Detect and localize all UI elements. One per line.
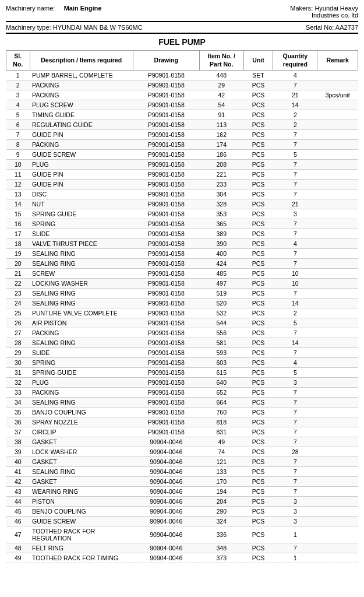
table-cell: 7 — [273, 457, 317, 467]
table-cell — [317, 517, 358, 526]
table-cell: 162 — [199, 130, 243, 140]
table-cell: 208 — [199, 160, 243, 170]
table-cell: REGULATING GUIDE — [30, 120, 133, 130]
table-cell: 113 — [199, 120, 243, 130]
table-row: 34SEALING RINGP90901-0158664PCS7 — [6, 398, 358, 408]
col-header-desc: Description / Items required — [30, 51, 133, 71]
table-cell — [317, 477, 358, 487]
table-cell: PCS — [243, 170, 273, 180]
table-row: 3PACKINGP90901-015842PCS213pcs/unit — [6, 90, 358, 100]
table-cell: P90901-0158 — [133, 308, 199, 318]
table-cell: 3 — [273, 497, 317, 507]
table-cell: 7 — [273, 398, 317, 408]
table-cell: 28 — [273, 447, 317, 457]
table-cell: PCS — [243, 110, 273, 120]
table-cell — [317, 308, 358, 318]
table-cell: 7 — [273, 467, 317, 477]
table-cell: SPRING GUIDE — [30, 368, 133, 378]
table-cell: 485 — [199, 269, 243, 279]
table-cell — [317, 259, 358, 269]
table-cell: 28 — [6, 338, 30, 348]
table-cell: P90901-0158 — [133, 80, 199, 90]
table-cell: 4 — [273, 239, 317, 249]
table-row: 11GUIDE PINP90901-0158221PCS7 — [6, 170, 358, 180]
table-cell: PCS — [243, 140, 273, 150]
table-cell: PCS — [243, 553, 273, 563]
table-cell: 20 — [6, 259, 30, 269]
table-cell: 233 — [199, 180, 243, 189]
table-cell: P90901-0158 — [133, 388, 199, 398]
table-cell: 10 — [273, 279, 317, 289]
table-cell: PACKING — [30, 328, 133, 338]
table-row: 9GUIDE SCREWP90901-0158186PCS5 — [6, 150, 358, 160]
table-cell: 36 — [6, 417, 30, 427]
table-cell: GUIDE PIN — [30, 170, 133, 180]
table-cell: GASKET — [30, 437, 133, 447]
table-row: 41SEALING RING90904-0046133PCS7 — [6, 467, 358, 477]
table-cell: 3 — [273, 517, 317, 526]
table-row: 6REGULATING GUIDEP90901-0158113PCS2 — [6, 120, 358, 130]
table-cell: GASKET — [30, 457, 133, 467]
table-row: 13DISCP90901-0158304PCS7 — [6, 189, 358, 199]
table-cell: 7 — [273, 130, 317, 140]
table-cell — [317, 298, 358, 308]
table-body: 1PUMP BARREL, COMPLETEP90901-0158448SET4… — [6, 71, 358, 563]
table-cell: BANJO COUPLING — [30, 408, 133, 417]
table-cell: 46 — [6, 517, 30, 526]
table-cell: PCS — [243, 160, 273, 170]
table-cell: P90901-0158 — [133, 408, 199, 417]
table-cell: PCS — [243, 298, 273, 308]
table-cell: PCS — [243, 358, 273, 368]
table-cell: PCS — [243, 308, 273, 318]
table-row: 2PACKINGP90901-015829PCS7 — [6, 80, 358, 90]
table-cell — [317, 110, 358, 120]
table-cell: 90904-0046 — [133, 526, 199, 543]
table-cell — [317, 279, 358, 289]
table-cell: 7 — [273, 170, 317, 180]
table-cell — [317, 130, 358, 140]
table-cell — [317, 378, 358, 388]
table-cell: PCS — [243, 259, 273, 269]
table-row: 38GASKET90904-004649PCS7 — [6, 437, 358, 447]
table-cell: SPRING — [30, 219, 133, 229]
table-cell: 7 — [273, 487, 317, 497]
table-row: 15SPRING GUIDEP90901-0158353PCS3 — [6, 209, 358, 219]
table-cell — [317, 526, 358, 543]
table-cell: PCS — [243, 180, 273, 189]
table-cell — [317, 427, 358, 437]
table-cell: VALVE THRUST PIECE — [30, 239, 133, 249]
table-cell: P90901-0158 — [133, 130, 199, 140]
table-cell: PCS — [243, 279, 273, 289]
table-cell: PCS — [243, 328, 273, 338]
table-cell: SEALING RING — [30, 249, 133, 259]
table-cell: P90901-0158 — [133, 90, 199, 100]
table-cell: 54 — [199, 100, 243, 110]
table-cell: 336 — [199, 526, 243, 543]
table-cell: PCS — [243, 388, 273, 398]
table-cell: P90901-0158 — [133, 427, 199, 437]
table-cell: PCS — [243, 80, 273, 90]
table-cell: P90901-0158 — [133, 279, 199, 289]
table-cell: 15 — [6, 209, 30, 219]
table-cell: 121 — [199, 457, 243, 467]
table-row: 8PACKINGP90901-0158174PCS7 — [6, 140, 358, 150]
table-cell: 519 — [199, 289, 243, 298]
table-cell: P90901-0158 — [133, 368, 199, 378]
table-cell: 353 — [199, 209, 243, 219]
table-cell: 90904-0046 — [133, 477, 199, 487]
table-cell: PACKING — [30, 80, 133, 90]
table-cell — [317, 80, 358, 90]
col-header-remark: Remark — [317, 51, 358, 71]
table-cell: 30 — [6, 358, 30, 368]
table-row: 25PUNTURE VALVE COMPLETEP90901-0158532PC… — [6, 308, 358, 318]
table-cell — [317, 150, 358, 160]
table-cell: SPRAY NOZZLE — [30, 417, 133, 427]
table-cell: 26 — [6, 318, 30, 328]
col-header-drawing: Drawing — [133, 51, 199, 71]
table-cell — [317, 160, 358, 170]
table-cell: NUT — [30, 199, 133, 209]
table-cell: 365 — [199, 219, 243, 229]
table-cell: BENJO COUPLING — [30, 507, 133, 517]
table-cell: 2 — [6, 80, 30, 90]
table-cell: PCS — [243, 229, 273, 239]
